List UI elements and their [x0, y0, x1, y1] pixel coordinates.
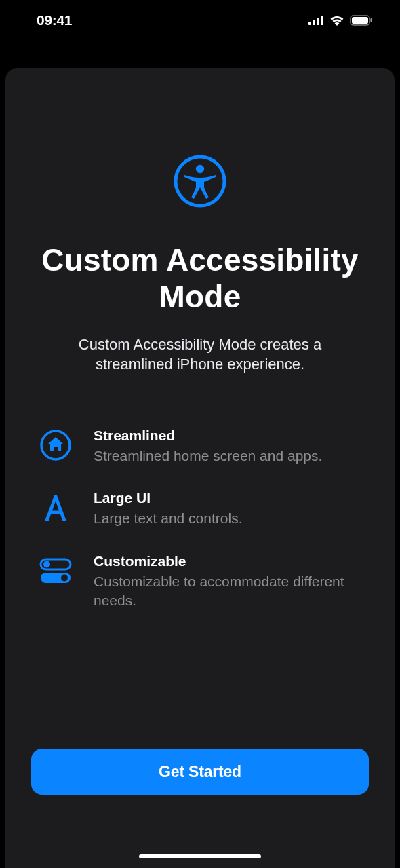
svg-point-11 [43, 561, 50, 567]
features-list: Streamlined Streamlined home screen and … [31, 428, 369, 610]
home-circle-icon [38, 428, 73, 463]
toggles-icon [38, 553, 73, 588]
status-indicators [308, 15, 373, 26]
wifi-icon [329, 15, 344, 26]
status-bar: 09:41 [0, 0, 400, 41]
feature-title: Customizable [94, 553, 362, 569]
svg-rect-3 [321, 16, 323, 25]
feature-desc: Customizable to accommodate different ne… [94, 572, 362, 611]
home-indicator[interactable] [139, 854, 261, 858]
feature-desc: Streamlined home screen and apps. [94, 447, 362, 466]
cellular-signal-icon [308, 16, 324, 25]
svg-rect-5 [352, 17, 368, 24]
get-started-button[interactable]: Get Started [31, 749, 369, 795]
feature-item: Streamlined Streamlined home screen and … [38, 428, 362, 466]
feature-item: Customizable Customizable to accommodate… [38, 553, 362, 611]
page-title: Custom Accessibility Mode [31, 242, 369, 316]
svg-point-8 [196, 165, 204, 173]
feature-item: Large UI Large text and controls. [38, 490, 362, 528]
feature-title: Large UI [94, 490, 362, 506]
feature-desc: Large text and controls. [94, 509, 362, 528]
feature-title: Streamlined [94, 428, 362, 444]
svg-rect-0 [308, 22, 311, 25]
svg-rect-2 [317, 18, 319, 25]
onboarding-sheet: Custom Accessibility Mode Custom Accessi… [5, 68, 395, 868]
status-time: 09:41 [37, 12, 72, 29]
page-subtitle: Custom Accessibility Mode creates a stre… [31, 335, 369, 375]
svg-rect-6 [371, 18, 373, 22]
letter-a-icon [38, 490, 73, 525]
accessibility-hero-icon [31, 155, 369, 208]
svg-rect-1 [313, 20, 315, 25]
svg-point-13 [61, 574, 68, 581]
battery-icon [350, 15, 373, 26]
